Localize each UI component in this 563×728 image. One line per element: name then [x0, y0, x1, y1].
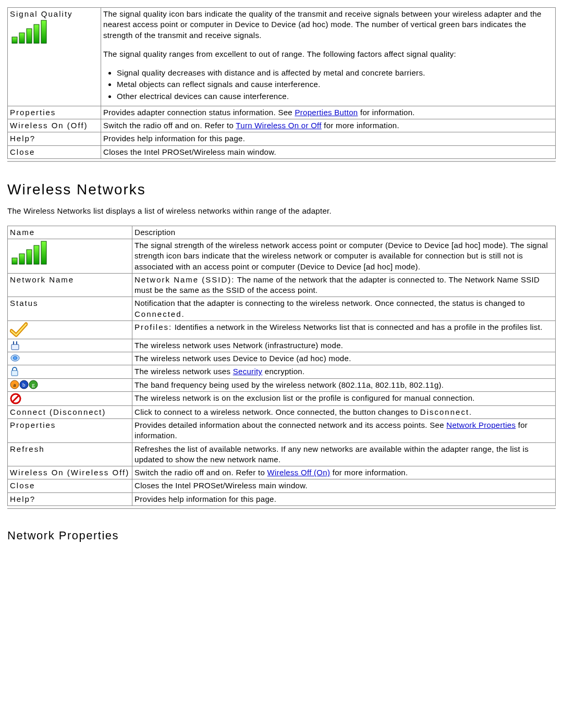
divider: [7, 508, 556, 509]
table-row: Refresh Refreshes the list of available …: [8, 442, 556, 466]
row-description: The wireless network uses Device to Devi…: [132, 352, 556, 365]
list-item: Signal quality decreases with distance a…: [117, 68, 553, 78]
row-name: Close: [10, 147, 99, 157]
infrastructure-icon: [10, 340, 20, 351]
divider: [7, 161, 556, 162]
svg-rect-4: [41, 20, 46, 43]
row-name: Wireless On (Off): [10, 120, 99, 131]
network-properties-heading: Network Properties: [7, 528, 556, 544]
table-row: The wireless network uses Security encry…: [8, 365, 556, 378]
row-name: Properties: [10, 421, 56, 429]
row-description: The wireless network uses Network (infra…: [132, 339, 556, 352]
row-name: Help?: [10, 495, 35, 503]
svg-rect-11: [13, 341, 14, 344]
doc-link[interactable]: Security: [233, 367, 263, 376]
paragraph: The signal quality ranges from excellent…: [103, 49, 553, 59]
svg-text:a: a: [13, 381, 16, 388]
svg-rect-15: [11, 371, 18, 376]
row-name: Help?: [10, 133, 99, 144]
table-row: Wireless On (Wireless Off) Switch the ra…: [8, 466, 556, 479]
svg-rect-0: [12, 37, 17, 43]
list-item: Other electrical devices can cause inter…: [117, 91, 553, 102]
wireless-networks-table: Name Description The signal strength of …: [7, 226, 556, 506]
emphasis-text: Disconnect: [420, 408, 469, 416]
table-row: Profiles: Identifies a network in the Wi…: [8, 320, 556, 339]
table-row: Close Closes the Intel PROSet/Wireless m…: [8, 145, 556, 158]
row-name: Wireless On (Wireless Off): [10, 468, 129, 477]
signal-bars-icon: [10, 19, 47, 44]
doc-link[interactable]: Turn Wireless On or Off: [236, 121, 321, 130]
table-row: Help? Provides help information for this…: [8, 132, 556, 145]
svg-text:g: g: [32, 381, 35, 388]
table-row: The wireless network is on the exclusion…: [8, 391, 556, 405]
adhoc-icon: [10, 353, 20, 363]
row-description: Profiles: Identifies a network in the Wi…: [132, 320, 556, 339]
svg-rect-6: [19, 254, 25, 264]
row-description: Notification that the adapter is connect…: [132, 297, 556, 321]
table-row: Signal Quality The signal quality icon b…: [8, 8, 556, 106]
table-row: Properties Provides adapter connection s…: [8, 106, 556, 119]
row-name: Connect (Disconnect): [10, 408, 106, 416]
row-icon-cell: [10, 393, 130, 404]
table-row: Name Description: [8, 226, 556, 239]
emphasis-text: Profiles:: [134, 323, 172, 331]
emphasis-text: Connected: [134, 310, 182, 318]
row-description: Switch the radio off and on. Refer to Tu…: [101, 119, 556, 132]
row-description: Provides adapter connection status infor…: [101, 106, 556, 119]
row-icon-cell: [10, 240, 130, 265]
paragraph: The signal quality icon bars indicate th…: [103, 9, 553, 41]
row-description: Provides help information for this page.: [132, 492, 556, 505]
row-description: Provides help information for this page.: [101, 132, 556, 145]
row-description: The wireless network is on the exclusion…: [132, 391, 556, 405]
table-row: Wireless On (Off) Switch the radio off a…: [8, 119, 556, 132]
svg-text:b: b: [22, 381, 26, 388]
signal-bars-icon: [10, 240, 47, 265]
row-icon-cell: [10, 322, 130, 338]
list-item: Metal objects can reflect signals and ca…: [117, 79, 553, 90]
row-icon-cell: [10, 19, 99, 44]
table-row: Network Name Network Name (SSID): The na…: [8, 273, 556, 297]
doc-link[interactable]: Network Properties: [446, 421, 516, 429]
bullet-list: Signal quality decreases with distance a…: [117, 68, 553, 102]
svg-rect-9: [41, 241, 46, 264]
row-description: Network Name (SSID): The name of the net…: [132, 273, 556, 297]
row-name: Network Name: [10, 275, 74, 284]
svg-rect-1: [19, 33, 25, 43]
row-icon-cell: [10, 353, 130, 363]
row-name: Signal Quality: [10, 9, 99, 19]
row-description: Refreshes the list of available networks…: [132, 442, 556, 466]
table-row: The wireless network uses Device to Devi…: [8, 352, 556, 365]
wireless-networks-intro: The Wireless Networks list displays a li…: [7, 206, 556, 216]
svg-rect-2: [27, 29, 32, 43]
doc-link[interactable]: Wireless Off (On): [267, 468, 331, 477]
row-name: Name: [10, 228, 35, 237]
svg-point-14: [13, 356, 17, 360]
row-name: Properties: [10, 107, 99, 118]
row-description: Closes the Intel PROSet/Wireless main wi…: [132, 479, 556, 492]
wireless-networks-heading: Wireless Networks: [7, 180, 556, 200]
band-frequency-icon: a b g: [10, 380, 38, 389]
table-row: Connect (Disconnect) Click to connect to…: [8, 405, 556, 418]
row-icon-cell: [10, 340, 130, 351]
table-row: Help? Provides help information for this…: [8, 492, 556, 505]
table-row: The signal strength of the wireless netw…: [8, 239, 556, 274]
doc-link[interactable]: Properties Button: [295, 108, 358, 117]
checkmark-icon: [10, 322, 28, 338]
row-description: Provides detailed information about the …: [132, 419, 556, 443]
table-row: Status Notification that the adapter is …: [8, 297, 556, 321]
row-description: Closes the Intel PROSet/Wireless main wi…: [101, 145, 556, 158]
row-description: Click to connect to a wireless network. …: [132, 405, 556, 418]
row-description: Description: [132, 226, 556, 239]
excluded-icon: [10, 393, 21, 404]
svg-rect-5: [12, 258, 17, 264]
row-description: The signal strength of the wireless netw…: [132, 239, 556, 274]
row-name: Close: [10, 481, 35, 490]
table-row: The wireless network uses Network (infra…: [8, 339, 556, 352]
row-description: The band frequency being used by the wir…: [132, 378, 556, 391]
row-description: Switch the radio off and on. Refer to Wi…: [132, 466, 556, 479]
row-description: The signal quality icon bars indicate th…: [101, 8, 556, 106]
row-description: The wireless network uses Security encry…: [132, 365, 556, 378]
table-row: Close Closes the Intel PROSet/Wireless m…: [8, 479, 556, 492]
svg-rect-3: [34, 24, 39, 43]
emphasis-text: Network Name (SSID):: [134, 275, 235, 284]
